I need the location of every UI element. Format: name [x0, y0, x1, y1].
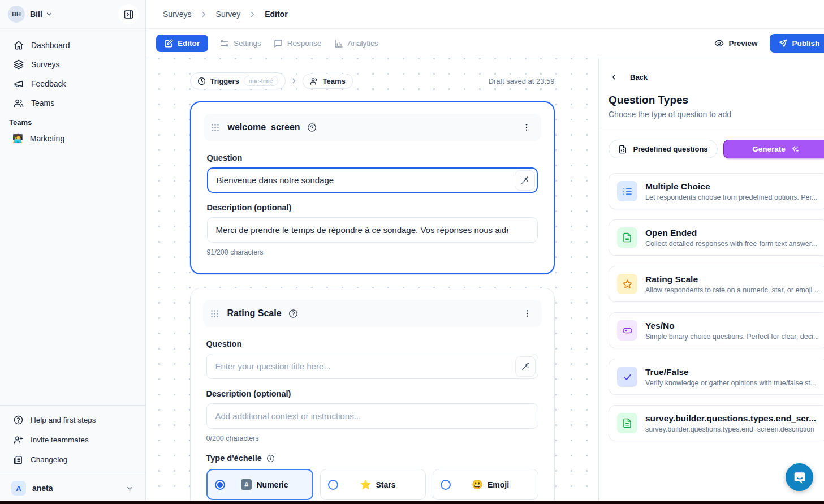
question-type-name: Yes/No [645, 321, 819, 331]
question-type-desc: Simple binary choice questions. Perfect … [645, 333, 819, 341]
tab-editor[interactable]: Editor [156, 35, 208, 52]
question-input[interactable] [206, 354, 538, 379]
back-button[interactable]: Back [599, 58, 824, 81]
question-type-name: survey.builder.questions.types.end_scr..… [645, 413, 816, 424]
help-circle-icon[interactable] [288, 309, 298, 318]
layers-icon [14, 59, 24, 70]
chevron-down-icon[interactable] [45, 10, 53, 18]
chevron-right-icon [248, 10, 257, 19]
tab-response[interactable]: Response [268, 35, 328, 53]
triggers-pill[interactable]: Triggers one-time [190, 72, 286, 89]
eye-icon [714, 38, 724, 48]
scale-option-stars[interactable]: ⭐ Stars [320, 469, 426, 500]
tab-label: Editor [178, 39, 200, 48]
sidebar-collapse-button[interactable] [118, 4, 139, 24]
description-input[interactable] [207, 217, 538, 243]
sidebar-item-surveys[interactable]: Surveys [0, 55, 145, 74]
tab-analytics[interactable]: Analytics [328, 35, 385, 53]
clock-icon [197, 77, 206, 85]
panel-title: Question Types [599, 81, 824, 106]
scale-option-numeric[interactable]: # Numeric [206, 469, 313, 500]
welcome-screen-card[interactable]: welcome_screen Question [190, 101, 555, 274]
preview-label: Preview [728, 39, 757, 48]
kebab-menu-icon[interactable] [520, 307, 534, 320]
breadcrumb-surveys[interactable]: Surveys [163, 10, 192, 19]
char-count: 0/200 characters [206, 434, 538, 442]
question-type-multiple-choice[interactable]: Multiple Choice Let respondents choose f… [609, 173, 824, 209]
question-type-name: Rating Scale [645, 274, 820, 285]
sidebar-item-teams[interactable]: Teams [0, 93, 145, 113]
predefined-label: Predefined questions [633, 145, 707, 153]
main-area: Surveys Survey Editor Editor [146, 0, 824, 504]
chat-widget-button[interactable] [786, 463, 813, 491]
help-circle-icon[interactable] [307, 123, 317, 132]
editor-content: Triggers one-time Teams Draft sav [146, 58, 824, 504]
magic-wand-button[interactable] [515, 170, 535, 191]
sidebar-item-marketing[interactable]: 🧑‍💻 Marketing [0, 129, 145, 148]
sidebar-item-help[interactable]: Help and first steps [0, 410, 145, 430]
char-count: 91/200 characters [207, 248, 538, 256]
publish-button[interactable]: Publish [770, 34, 824, 53]
toggle-icon [617, 320, 637, 341]
sparkles-icon [791, 145, 800, 154]
sidebar-item-label: Invite teammates [31, 436, 89, 444]
question-type-yes-no[interactable]: Yes/No Simple binary choice questions. P… [609, 312, 824, 348]
canvas-meta-row: Triggers one-time Teams Draft sav [190, 72, 555, 89]
teams-pill[interactable]: Teams [303, 74, 353, 89]
editor-toolbar: Editor Settings Response Analytics [146, 29, 824, 58]
preview-button[interactable]: Preview [714, 38, 757, 48]
info-circle-icon[interactable] [266, 454, 275, 463]
generate-button[interactable]: Generate [723, 140, 824, 158]
drag-handle-icon[interactable] [210, 309, 219, 318]
breadcrumb-survey[interactable]: Survey [216, 10, 241, 19]
rating-scale-card[interactable]: Rating Scale Question [190, 288, 555, 504]
sidebar-item-label: Changelog [31, 455, 67, 464]
question-type-desc: survey.builder.questions.types.end_scree… [645, 425, 816, 433]
sidebar-nav: Dashboard Surveys Feedback Teams [0, 29, 145, 113]
kebab-menu-icon[interactable] [520, 120, 533, 134]
question-input[interactable] [207, 167, 538, 193]
sidebar-item-invite[interactable]: Invite teammates [0, 430, 145, 450]
option-label: Numeric [256, 480, 288, 489]
user-avatar[interactable]: BH [8, 6, 25, 23]
question-type-true-false[interactable]: True/False Verify knowledge or gather op… [609, 359, 824, 395]
scale-type-options: # Numeric ⭐ Stars [206, 469, 538, 500]
sidebar-item-dashboard[interactable]: Dashboard [0, 36, 145, 55]
description-input[interactable] [206, 403, 538, 429]
radio-checked-icon [215, 480, 225, 490]
tab-settings[interactable]: Settings [214, 35, 268, 53]
teams-section-label: Teams [0, 113, 145, 129]
magic-wand-button[interactable] [515, 356, 536, 377]
question-type-desc: Collect detailed responses with free-for… [645, 240, 817, 248]
question-type-end-screen[interactable]: survey.builder.questions.types.end_scr..… [609, 405, 824, 441]
file-text-icon [617, 413, 637, 433]
user-name[interactable]: Bill [30, 10, 42, 19]
sliders-icon [220, 39, 229, 48]
question-label: Question [207, 153, 538, 162]
question-type-name: Open Ended [645, 228, 817, 238]
question-type-name: True/False [645, 367, 816, 377]
sidebar-item-changelog[interactable]: Changelog [0, 450, 145, 469]
question-type-open-ended[interactable]: Open Ended Collect detailed responses wi… [609, 219, 824, 256]
sidebar-item-feedback[interactable]: Feedback [0, 74, 145, 93]
predefined-questions-button[interactable]: Predefined questions [609, 140, 718, 158]
file-text-icon [617, 227, 637, 248]
question-type-desc: Let respondents choose from predefined o… [645, 193, 817, 201]
sidebar-item-label: Dashboard [31, 41, 70, 50]
back-label: Back [630, 73, 648, 81]
scale-option-emoji[interactable]: 😃 Emoji [433, 469, 538, 500]
sidebar: BH Bill Dashboard Surv [0, 0, 146, 504]
question-type-rating-scale[interactable]: Rating Scale Allow respondents to rate o… [609, 266, 824, 302]
app-window: BH Bill Dashboard Surv [0, 0, 824, 504]
triggers-label: Triggers [210, 77, 239, 85]
generate-label: Generate [752, 145, 786, 153]
hash-icon: # [241, 479, 252, 490]
drag-handle-icon[interactable] [210, 123, 220, 132]
card-header: Rating Scale [203, 300, 542, 327]
chevron-left-icon [610, 73, 618, 81]
option-label: Stars [376, 480, 395, 489]
teams-pill-label: Teams [323, 77, 346, 85]
tab-label: Analytics [348, 39, 378, 48]
scale-type-label: Type d'échelle [206, 454, 262, 463]
org-switcher[interactable]: A aneta [0, 473, 145, 504]
